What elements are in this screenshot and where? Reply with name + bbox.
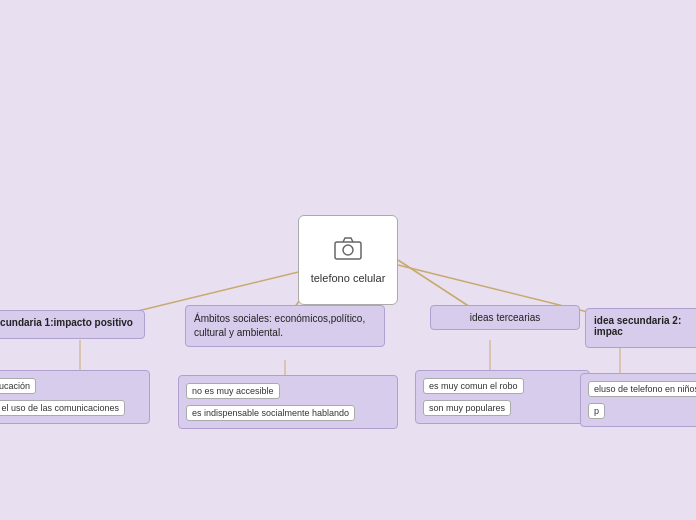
central-node: telefono celular: [298, 215, 398, 305]
far-right-tag-1: eluso de telefono en niños: [588, 381, 696, 397]
left-secondary-title: secundaria 1:impacto positivo: [0, 317, 136, 328]
far-right-title: idea secundaria 2: impac: [594, 315, 696, 337]
mind-map: telefono celular secundaria 1:impacto po…: [0, 0, 696, 520]
left-tags-node: educación en el uso de las comunicacione…: [0, 370, 150, 424]
right-tag-1: es muy comun el robo: [423, 378, 524, 394]
center-left-tags-node: no es muy accesible es indispensable soc…: [178, 375, 398, 429]
left-tag-2: en el uso de las comunicaciones: [0, 400, 125, 416]
far-right-tag-2: p: [588, 403, 605, 419]
left-secondary-node: secundaria 1:impacto positivo: [0, 310, 145, 339]
far-right-tags-node: eluso de telefono en niños p: [580, 373, 696, 427]
center-left-node: Ámbitos sociales: económicos,político, c…: [185, 305, 385, 347]
center-left-tag-1: no es muy accesible: [186, 383, 280, 399]
right-tags-node: es muy comun el robo son muy populares: [415, 370, 590, 424]
center-left-tag-2: es indispensable socialmente hablando: [186, 405, 355, 421]
central-label: telefono celular: [311, 272, 386, 284]
svg-point-9: [343, 245, 353, 255]
far-right-node: idea secundaria 2: impac: [585, 308, 696, 348]
left-tag-1: educación: [0, 378, 36, 394]
ideas-node: ideas tercearias: [430, 305, 580, 330]
right-tag-2: son muy populares: [423, 400, 511, 416]
center-left-body: Ámbitos sociales: económicos,político, c…: [194, 312, 376, 340]
camera-icon: [333, 236, 363, 266]
ideas-label: ideas tercearias: [439, 312, 571, 323]
